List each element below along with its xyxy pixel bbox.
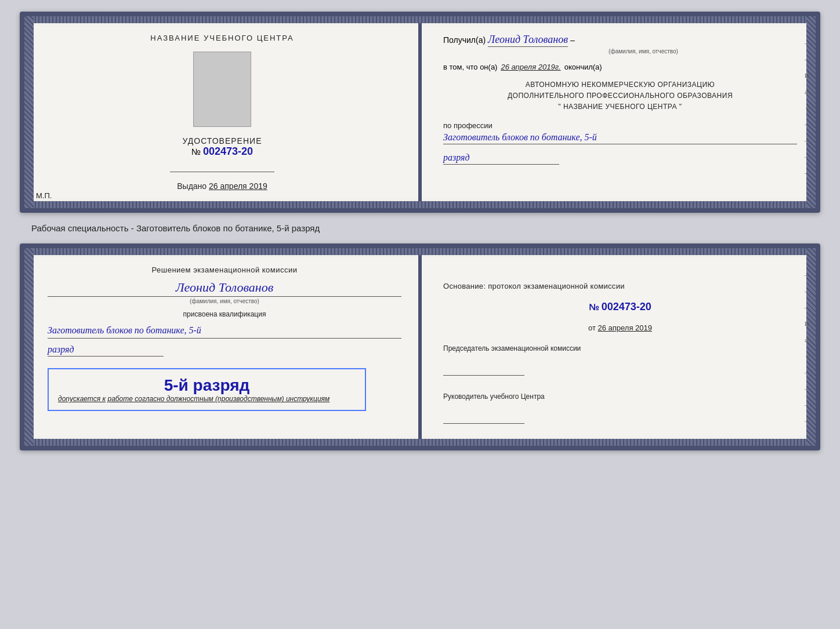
from-date: 26 апреля 2019 xyxy=(598,323,653,332)
caption: Рабочая специальность - Заготовитель бло… xyxy=(31,223,320,233)
org-line3: " НАЗВАНИЕ УЧЕБНОГО ЦЕНТРА " xyxy=(443,101,797,112)
head-signature xyxy=(443,423,524,424)
person-name: Леонид Толованов xyxy=(48,280,401,297)
from-prefix: от xyxy=(588,323,596,332)
completed-section: в том, что он(а) 26 апреля 2019г. окончи… xyxy=(443,63,797,71)
stamp-box: 5-й разряд допускается к работе согласно… xyxy=(48,368,366,411)
razryad-section: разряд xyxy=(443,152,797,165)
allowed-text: работе согласно должностным (производств… xyxy=(107,395,330,403)
completed-suffix: окончил(а) xyxy=(564,63,602,71)
cert-number-prefix: № xyxy=(191,147,201,157)
decision-text: Решением экзаменационной комиссии xyxy=(48,266,401,274)
org-title: НАЗВАНИЕ УЧЕБНОГО ЦЕНТРА xyxy=(150,34,294,42)
assigned-text: присвоена квалификация xyxy=(48,310,401,318)
protocol-number: 002473-20 xyxy=(602,301,651,312)
bottom-document-card: Решением экзаменационной комиссии Леонид… xyxy=(20,243,820,450)
profession-label: по профессии xyxy=(443,121,797,130)
bottom-card-right: Основание: протокол экзаменационной коми… xyxy=(420,248,816,446)
completed-date: 26 апреля 2019г. xyxy=(501,63,560,71)
cert-label: УДОСТОВЕРЕНИЕ xyxy=(183,136,262,146)
top-card-right: Получил(а) Леонид Толованов – (фамилия, … xyxy=(420,16,816,208)
protocol-prefix: № xyxy=(589,302,599,312)
chairman-label: Председатель экзаменационной комиссии xyxy=(443,343,797,355)
basis-text: Основание: протокол экзаменационной коми… xyxy=(443,282,797,290)
bottom-right-block: Основание: протокол экзаменационной коми… xyxy=(443,266,797,428)
chairman-block: Председатель экзаменационной комиссии xyxy=(443,343,797,380)
cert-number: 002473-20 xyxy=(203,146,253,157)
allowed-prefix: допускается к xyxy=(58,395,106,403)
from-date-section: от 26 апреля 2019 xyxy=(443,323,797,332)
issued-date: 26 апреля 2019 xyxy=(209,181,267,191)
dash: – xyxy=(570,35,575,45)
issued-label: Выдано xyxy=(177,181,207,191)
side-marks: – – И а ← – – – – xyxy=(805,39,811,176)
profession-large: Заготовитель блоков по ботанике, 5-й xyxy=(48,324,401,339)
stamp-sub: допускается к работе согласно должностны… xyxy=(58,395,356,403)
bottom-card-left: Решением экзаменационной комиссии Леонид… xyxy=(24,248,420,446)
issued-line: Выдано 26 апреля 2019 xyxy=(177,181,267,191)
head-block: Руководитель учебного Центра xyxy=(443,391,797,428)
recipient-section: Получил(а) Леонид Толованов – (фамилия, … xyxy=(443,34,797,54)
top-card-left: НАЗВАНИЕ УЧЕБНОГО ЦЕНТРА УДОСТОВЕРЕНИЕ №… xyxy=(24,16,420,208)
photo-placeholder xyxy=(193,52,251,127)
top-document-card: НАЗВАНИЕ УЧЕБНОГО ЦЕНТРА УДОСТОВЕРЕНИЕ №… xyxy=(20,12,820,213)
razryad-value: разряд xyxy=(443,152,559,165)
profession-name: Заготовитель блоков по ботанике, 5-й xyxy=(443,132,797,144)
head-label: Руководитель учебного Центра xyxy=(443,391,797,403)
received-prefix: Получил(а) xyxy=(443,35,486,45)
profession-bottom-block: Заготовитель блоков по ботанике, 5-й xyxy=(48,324,401,339)
org-block: АВТОНОМНУЮ НЕКОММЕРЧЕСКУЮ ОРГАНИЗАЦИЮ ДО… xyxy=(443,79,797,113)
right-block: Получил(а) Леонид Толованов – (фамилия, … xyxy=(443,34,797,165)
stamp-number: 5-й разряд xyxy=(58,376,356,395)
razryad-bottom-section: разряд xyxy=(48,344,401,357)
org-line1: АВТОНОМНУЮ НЕКОММЕРЧЕСКУЮ ОРГАНИЗАЦИЮ xyxy=(443,79,797,90)
fio-sublabel-bottom: (фамилия, имя, отчество) xyxy=(48,298,401,304)
razryad-bottom: разряд xyxy=(48,344,164,357)
org-line2: ДОПОЛНИТЕЛЬНОГО ПРОФЕССИОНАЛЬНОГО ОБРАЗО… xyxy=(443,90,797,101)
recipient-name: Леонид Толованов xyxy=(488,34,568,47)
mp-label: М.П. xyxy=(36,191,52,200)
side-marks-bottom: – – – И а ← – – – – xyxy=(805,271,811,424)
in-that-prefix: в том, что он(а) xyxy=(443,63,497,71)
protocol-section: № 002473-20 xyxy=(443,301,797,313)
profession-block: по профессии Заготовитель блоков по бота… xyxy=(443,121,797,144)
fio-sublabel: (фамилия, имя, отчество) xyxy=(490,48,797,54)
chairman-signature xyxy=(443,375,524,376)
person-section: Леонид Толованов (фамилия, имя, отчество… xyxy=(48,280,401,304)
